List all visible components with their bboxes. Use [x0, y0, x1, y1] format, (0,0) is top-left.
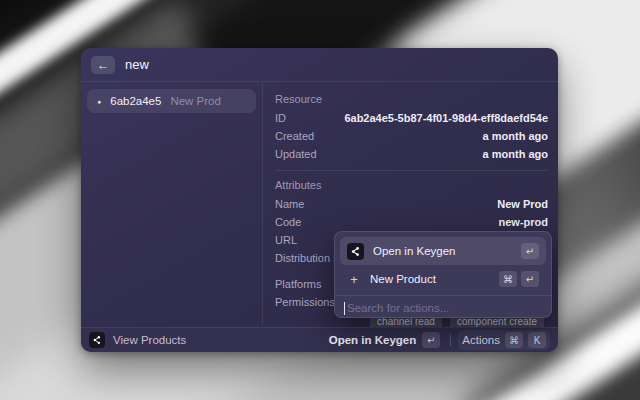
- detail-row-created: Created a month ago: [275, 127, 548, 145]
- product-id-short: 6ab2a4e5: [110, 95, 161, 107]
- topbar: ← new: [81, 48, 558, 82]
- popup-item-new-product[interactable]: + New Product ⌘ ↵: [340, 265, 546, 293]
- keygen-icon: [347, 243, 364, 260]
- command-key-badge: ⌘: [505, 332, 523, 348]
- enter-key-badge: ↵: [422, 332, 440, 348]
- back-button[interactable]: ←: [91, 56, 115, 74]
- actions-popup: Open in Keygen ↵ + New Product ⌘ ↵ Searc…: [334, 231, 552, 318]
- search-input[interactable]: new: [125, 57, 149, 72]
- detail-row-updated: Updated a month ago: [275, 145, 548, 163]
- section-header-resource: Resource: [275, 91, 548, 108]
- product-name: New Prod: [170, 95, 221, 107]
- section-divider: [275, 170, 548, 171]
- footer-divider: [450, 334, 451, 346]
- keygen-icon: [89, 332, 105, 348]
- actions-search-input[interactable]: Search for actions...: [340, 296, 546, 320]
- back-icon: ←: [97, 58, 109, 72]
- bullet-icon: ●: [97, 98, 101, 105]
- enter-key-badge: ↵: [521, 271, 539, 287]
- text-caret: [344, 302, 345, 315]
- footer-actions-button[interactable]: Actions ⌘ K: [458, 330, 550, 350]
- detail-row-id: ID 6ab2a4e5-5b87-4f01-98d4-eff8daefd54e: [275, 109, 548, 127]
- plus-icon: +: [347, 272, 361, 287]
- detail-row-name: Name New Prod: [275, 195, 548, 213]
- command-palette-window: ← new ● 6ab2a4e5 New Prod Resource ID 6a…: [81, 48, 558, 352]
- detail-row-code: Code new-prod: [275, 213, 548, 231]
- section-header-attributes: Attributes: [275, 177, 548, 194]
- k-key-badge: K: [528, 332, 546, 348]
- footer-primary-action[interactable]: Open in Keygen ↵: [326, 330, 444, 350]
- results-list: ● 6ab2a4e5 New Prod: [81, 82, 263, 326]
- popup-item-open-in-keygen[interactable]: Open in Keygen ↵: [340, 237, 546, 265]
- enter-key-badge: ↵: [521, 243, 539, 259]
- footer-app-label: View Products: [113, 334, 186, 346]
- command-key-badge: ⌘: [499, 271, 517, 287]
- actions-search-placeholder: Search for actions...: [347, 302, 449, 314]
- footer: View Products Open in Keygen ↵ Actions ⌘…: [81, 327, 558, 352]
- list-item-product[interactable]: ● 6ab2a4e5 New Prod: [87, 89, 256, 113]
